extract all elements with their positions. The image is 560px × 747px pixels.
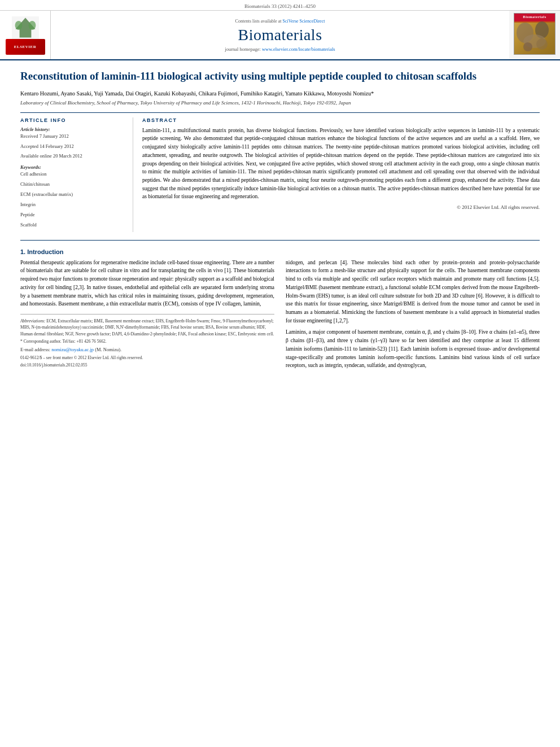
keywords-section: Keywords: Cell adhesion Chitin/chitosan …: [20, 164, 126, 228]
elsevier-logo-area: ELSEVIER: [0, 11, 51, 59]
journal-cover-area: Biomaterials: [509, 11, 560, 59]
svg-point-8: [523, 42, 532, 51]
footnote-area: Abbreviations: ECM, Extracellular matrix…: [20, 314, 274, 368]
keyword-3: ECM (extracellular matrix): [20, 191, 126, 198]
svg-point-9: [536, 38, 548, 50]
journal-header: ELSEVIER Contents lists available at Sci…: [0, 11, 560, 60]
main-content: Reconstitution of laminin-111 biological…: [0, 60, 560, 385]
article-info-header: ARTICLE INFO: [20, 117, 126, 123]
sciverse-link[interactable]: SciVerse ScienceDirect: [283, 19, 325, 24]
article-info-abstract: ARTICLE INFO Article history: Received 7…: [20, 117, 540, 232]
abstract-text: Laminin-111, a multifunctional matrix pr…: [142, 126, 540, 201]
intro-left-col: Potential therapeutic applications for r…: [20, 259, 274, 373]
authors: Kentaro Hozumi, Ayano Sasaki, Yuji Yamad…: [20, 89, 540, 98]
intro-title: 1. Introduction: [20, 248, 540, 255]
header-divider: [20, 112, 540, 113]
citation-bar: Biomaterials 33 (2012) 4241–4250: [0, 0, 560, 11]
journal-title: Biomaterials: [62, 26, 498, 44]
keyword-4: Integrin: [20, 202, 126, 208]
sciverse-line: Contents lists available at SciVerse Sci…: [62, 19, 498, 24]
biomaterials-cover: Biomaterials: [514, 13, 555, 55]
journal-homepage: journal homepage: www.elsevier.com/locat…: [62, 46, 498, 52]
doi-line: doi:10.1016/j.biomaterials.2012.02.055: [20, 362, 274, 368]
cover-label: Biomaterials: [514, 15, 555, 19]
keyword-6: Scaffold: [20, 222, 126, 229]
keyword-5: Peptide: [20, 212, 126, 219]
received-date: Received 7 January 2012: [20, 133, 126, 140]
footnote-text: Abbreviations: ECM, Extracellular matrix…: [20, 318, 274, 368]
article-title: Reconstitution of laminin-111 biological…: [20, 69, 540, 84]
intro-para-1: Potential therapeutic applications for r…: [20, 259, 274, 308]
svg-point-2: [15, 21, 22, 30]
intro-right-col: nidogen, and perlecan [4]. These molecul…: [286, 259, 540, 373]
history-label: Article history:: [20, 126, 126, 132]
journal-homepage-link[interactable]: www.elsevier.com/locate/biomaterials: [262, 46, 335, 52]
journal-header-center: Contents lists available at SciVerse Sci…: [51, 11, 509, 59]
citation-text: Biomaterials 33 (2012) 4241–4250: [244, 3, 316, 9]
corresponding-line: * Corresponding author. Tel/fax: +81 426…: [20, 338, 274, 344]
body-divider: [20, 240, 540, 241]
svg-point-3: [28, 21, 36, 30]
article-info-col: ARTICLE INFO Article history: Received 7…: [20, 117, 133, 232]
introduction-section: 1. Introduction Potential therapeutic ap…: [20, 248, 540, 373]
email-link[interactable]: nomizu@toyaku.ac.jp: [51, 347, 94, 352]
keywords-label: Keywords:: [20, 164, 126, 170]
intro-two-col: Potential therapeutic applications for r…: [20, 259, 540, 373]
accepted-date: Accepted 14 February 2012: [20, 143, 126, 150]
affiliation: Laboratory of Clinical Biochemistry, Sch…: [20, 100, 540, 106]
elsevier-wordmark: ELSEVIER: [6, 39, 45, 55]
keyword-1: Cell adhesion: [20, 171, 126, 178]
intro-right-para-1: nidogen, and perlecan [4]. These molecul…: [286, 259, 540, 325]
elsevier-logo: ELSEVIER: [6, 15, 45, 55]
intro-right-text: nidogen, and perlecan [4]. These molecul…: [286, 259, 540, 370]
available-date: Available online 20 March 2012: [20, 153, 126, 160]
issn-line: 0142-9612/$ – see front matter © 2012 El…: [20, 355, 274, 361]
intro-right-para-2: Laminins, a major component of basement …: [286, 328, 540, 370]
tree-icon: [8, 16, 42, 39]
abbreviations-line: Abbreviations: ECM, Extracellular matrix…: [20, 318, 274, 337]
intro-left-text: Potential therapeutic applications for r…: [20, 259, 274, 308]
abstract-header: ABSTRACT: [142, 117, 540, 123]
abstract-col: ABSTRACT Laminin-111, a multifunctional …: [142, 117, 540, 232]
copyright-line: © 2012 Elsevier Ltd. All rights reserved…: [142, 204, 540, 210]
email-line: E-mail address: nomizu@toyaku.ac.jp (M. …: [20, 346, 274, 353]
keyword-2: Chitin/chitosan: [20, 181, 126, 188]
